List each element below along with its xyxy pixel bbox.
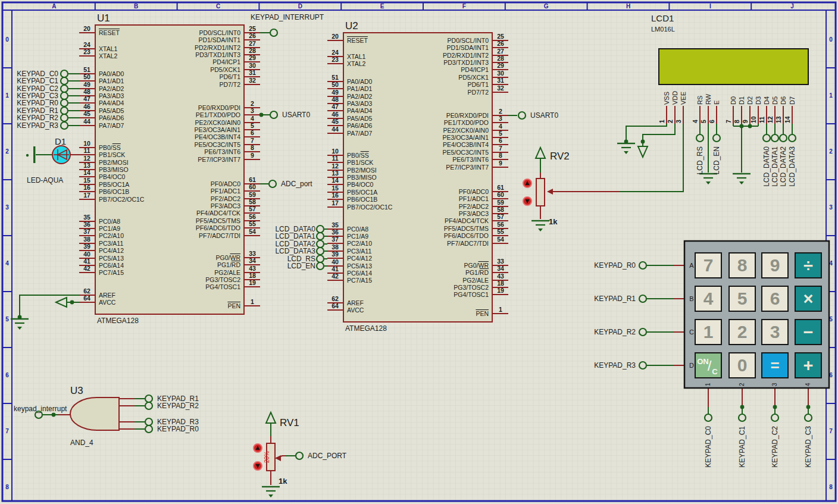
lcd-pin-number: 3 (675, 120, 682, 123)
pin-number: 57 (249, 205, 256, 212)
pin-name: PF0/ADC0 (459, 188, 489, 195)
pin-name: PC2/A10 (347, 240, 372, 247)
pin-name: PB4/OC0 (347, 181, 374, 188)
lcd-pin-name: D4 (763, 96, 770, 105)
pin-number: 35 (83, 214, 90, 221)
pin-number: 14 (332, 177, 339, 184)
chip-ref: U2 (345, 20, 358, 32)
pin-name: PC7/A15 (347, 277, 372, 284)
lcd-pin-name: VDD (671, 91, 678, 105)
pin-number: 51 (332, 74, 339, 81)
pin-number: 61 (249, 176, 256, 183)
pin-number: 32 (249, 77, 256, 84)
pin-number: 34 (249, 257, 256, 264)
junction-dot (806, 405, 811, 409)
pin-number: 58 (497, 206, 504, 213)
terminal-label: KEYPAD_C3 (804, 426, 812, 468)
key-glyph: 6 (770, 289, 780, 308)
pin-name: PG0/WR (216, 254, 241, 261)
pin-name: PB5/OC1A (99, 181, 129, 188)
pin-name: PD6/T1 (219, 73, 240, 80)
lcd-pin-name: D2 (746, 96, 753, 105)
key-glyph: 1 (703, 322, 714, 342)
lcd-value: LM016L (651, 26, 675, 33)
pin-number: 10 (83, 140, 90, 147)
lcd-pin-name: E (713, 101, 720, 105)
pin-name: PG1/RD (217, 261, 241, 268)
lcd-pin-name: D3 (755, 96, 762, 105)
pin-name: PE7/ICP3/INT7 (198, 156, 240, 163)
keypad-col-label: 2 (739, 383, 745, 386)
lcd-pin-name: RS (696, 96, 703, 105)
pin-number: 62 (83, 287, 90, 295)
pin-name: PB3/MISO (347, 174, 377, 181)
pot-value: 1k (549, 217, 558, 226)
gate-u3[interactable] (70, 397, 119, 430)
pin-name: PC3/A11 (347, 248, 371, 255)
grid-column-label: D (298, 3, 302, 10)
terminal-label: LCD_EN (712, 146, 721, 174)
terminal-label: LCD_DATA0 (762, 146, 771, 187)
pin-name: PC5/A13 (347, 262, 372, 270)
pin-name: PF4/ADC4/TCK (196, 209, 240, 217)
lcd-pin-number: 8 (733, 120, 740, 123)
junction-dot (740, 124, 744, 129)
grid-column-label: I (709, 3, 711, 10)
pin-number: 42 (332, 273, 339, 280)
grid-row-label: 3 (829, 204, 833, 211)
pin-number: 9 (499, 159, 502, 167)
terminal-label: KEYPAD_R2 (157, 402, 199, 410)
keypad-col-label: 4 (805, 383, 811, 386)
pin-name: PB7/OC2/OC1C (99, 196, 145, 203)
pin-number: 47 (332, 103, 339, 110)
pin-name: PG4/TOSC1 (205, 283, 240, 290)
pin-number: 40 (83, 251, 90, 258)
lcd-pin-number: 1 (658, 120, 665, 123)
pin-number: 58 (249, 198, 256, 205)
pin-number: 49 (83, 81, 90, 88)
key-glyph: 0 (737, 355, 748, 375)
pot-setting: 20% (264, 451, 270, 463)
pin-name: PB1/SCK (347, 159, 373, 166)
pin-number: 35 (332, 221, 339, 228)
pin-number: 43 (249, 265, 256, 272)
lcd-pin-name: D7 (789, 96, 796, 105)
terminal-label: KEYPAD_R2 (594, 328, 636, 336)
terminal-label: LCD_DATA2 (779, 146, 787, 187)
lcd-lcd1[interactable] (659, 49, 808, 84)
pin-number: 20 (332, 33, 339, 40)
pin-name: PA7/AD7 (347, 130, 373, 137)
schematic-canvas[interactable]: ABCDEFGHIJ001122334455667788U1ATMEGA1282… (0, 0, 838, 504)
terminal-label: LCD_EN (287, 262, 315, 270)
pin-number: 5 (251, 122, 254, 129)
terminal-label: KEYPAD_R0 (157, 425, 199, 433)
lcd-pin-number: 2 (667, 120, 674, 123)
pot-body[interactable] (536, 179, 545, 206)
and-gate-body[interactable] (70, 397, 119, 430)
pin-name: PB0/SS (99, 144, 121, 151)
pin-name: PB5/OC1A (347, 189, 377, 196)
key-glyph: 8 (737, 255, 748, 275)
terminal-label: USART0 (282, 111, 310, 119)
pin-number: 7 (499, 145, 502, 152)
pin-name: RESET (99, 29, 120, 36)
pin-name: PE2/XCK0/AIN0 (195, 119, 241, 126)
pin-number: 47 (83, 95, 90, 102)
pin-name: PD3/TXD1/INT3 (443, 59, 489, 66)
pin-name: PD6/T1 (467, 81, 489, 88)
lcd-pin-number: 4 (692, 120, 699, 123)
pin-number: 18 (249, 272, 256, 279)
key-glyph: ÷ (803, 256, 813, 275)
junction-dot (641, 140, 645, 144)
pin-name: PD7/T2 (219, 81, 240, 88)
pin-number: 39 (83, 243, 90, 250)
lcd-pin-number: 5 (700, 120, 707, 123)
pin-name: PA0/AD0 (99, 70, 124, 77)
pin-name: PG0/WR (464, 262, 489, 269)
terminal-label: KEYPAD_C2 (771, 426, 779, 468)
pin-name: PF6/ADC6/TDO (444, 232, 489, 239)
key-glyph: C (712, 367, 718, 376)
pin-name: PEN (227, 302, 240, 309)
lcd-pin-name: VEE (680, 92, 687, 105)
pin-number: 40 (332, 258, 339, 265)
